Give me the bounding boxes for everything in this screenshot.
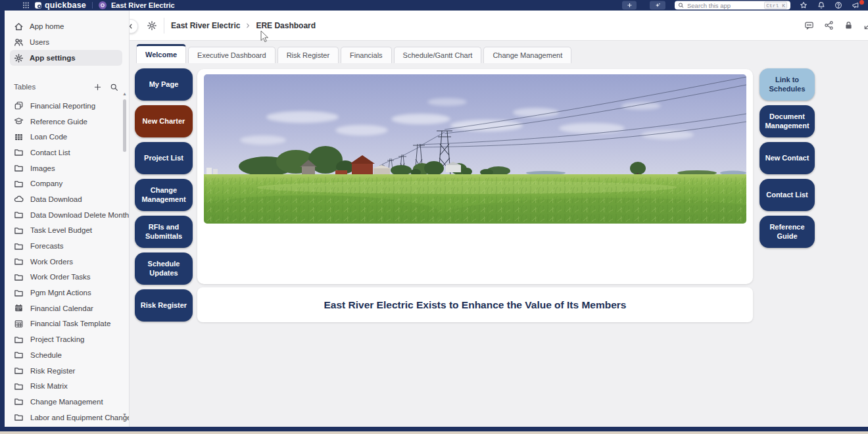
- change-management-button[interactable]: Change Management: [135, 179, 193, 211]
- new-button[interactable]: [622, 1, 637, 10]
- share-icon[interactable]: [824, 20, 834, 30]
- table-item-risk-matrix[interactable]: Risk Matrix: [5, 378, 122, 394]
- table-item-data-download[interactable]: Data Download: [5, 191, 122, 207]
- table-item-forecasts[interactable]: Forecasts: [5, 238, 122, 254]
- search-placeholder: Search this app: [687, 2, 761, 9]
- table-item-work-order-tasks[interactable]: Work Order Tasks: [5, 270, 122, 285]
- tab-welcome[interactable]: Welcome: [136, 44, 186, 63]
- table-item-labor-and-equipment-change[interactable]: Labor and Equipment Change: [5, 410, 122, 425]
- rfis-and-submittals-button[interactable]: RFIs and Submittals: [135, 216, 193, 248]
- breadcrumb-page[interactable]: ERE Dashboard: [256, 21, 316, 30]
- table-item-company[interactable]: Company: [5, 176, 122, 191]
- table-item-label: Work Orders: [30, 258, 73, 266]
- sidebar-item-app-settings[interactable]: App settings: [10, 50, 122, 66]
- sidebar-item-label: App settings: [30, 54, 76, 62]
- table-item-task-level-budget[interactable]: Task Level Budget: [5, 223, 122, 239]
- my-page-button[interactable]: My Page: [135, 68, 193, 101]
- risk-register-button[interactable]: Risk Register: [135, 289, 193, 322]
- table-item-risk-register[interactable]: Risk Register: [5, 363, 122, 379]
- add-table-icon[interactable]: [93, 83, 102, 91]
- scroll-down-icon[interactable]: ▼: [122, 412, 128, 418]
- scroll-up-icon[interactable]: ▲: [122, 91, 128, 97]
- window-left-edge: [0, 11, 5, 431]
- left-button-column: My PageNew CharterProject ListChange Man…: [135, 68, 193, 322]
- favorites-star-icon[interactable]: [800, 1, 808, 9]
- tab-change-management[interactable]: Change Management: [483, 47, 571, 63]
- sidebar-item-label: Users: [30, 38, 49, 46]
- sidebar-scrollbar[interactable]: ▲ ▼: [122, 91, 128, 418]
- cloud-icon: [14, 194, 24, 204]
- photo-card: [197, 69, 753, 284]
- link-to-schedules-button[interactable]: Link to Schedules: [760, 68, 815, 101]
- table-item-data-download-delete-month[interactable]: Data Download Delete Month...: [5, 207, 122, 223]
- tab-financials[interactable]: Financials: [341, 47, 392, 63]
- tables-label: Tables: [14, 83, 36, 91]
- schedule-updates-button[interactable]: Schedule Updates: [135, 253, 193, 285]
- table-item-label: Company: [30, 180, 62, 187]
- table-item-images[interactable]: Images: [5, 160, 122, 176]
- table-item-reference-guide[interactable]: Reference Guide: [5, 114, 122, 130]
- table-item-project-tracking[interactable]: Project Tracking: [5, 331, 122, 347]
- page-header: East River Electric ERE Dashboard: [130, 11, 868, 41]
- announcements-icon[interactable]: [852, 1, 859, 9]
- help-icon[interactable]: [834, 1, 842, 9]
- table-item-loan-code[interactable]: Loan Code: [5, 129, 122, 145]
- page-settings-gear-icon[interactable]: [147, 20, 157, 31]
- tables-list: Financial ReportingReference GuideLoan C…: [5, 98, 122, 425]
- new-charter-button[interactable]: New Charter: [135, 105, 193, 137]
- folder-icon: [14, 256, 24, 266]
- table-item-label: Schedule: [30, 351, 62, 359]
- feedback-icon[interactable]: [804, 20, 814, 30]
- hero-photo: [204, 74, 746, 224]
- table-item-label: Pgm Mgnt Actions: [30, 289, 91, 297]
- app-icon[interactable]: [99, 1, 107, 9]
- table-item-label: Contact List: [30, 149, 70, 157]
- table-item-label: Change Management: [30, 398, 103, 406]
- scrollbar-thumb[interactable]: [123, 99, 126, 152]
- table-item-contact-list[interactable]: Contact List: [5, 145, 122, 160]
- table-item-label: Data Download Delete Month...: [30, 211, 130, 219]
- folder-icon: [14, 163, 24, 173]
- search-tables-icon[interactable]: [110, 83, 118, 91]
- contact-list-button[interactable]: Contact List: [760, 179, 815, 211]
- grid-icon: [14, 132, 24, 142]
- tab-risk-register[interactable]: Risk Register: [277, 47, 339, 63]
- folder-icon: [14, 241, 24, 251]
- brand-wordmark[interactable]: quickbase: [45, 1, 86, 10]
- table-item-label: Forecasts: [30, 242, 64, 250]
- document-management-button[interactable]: Document Management: [760, 105, 815, 137]
- tab-executive-dashboard[interactable]: Executive Dashboard: [188, 47, 276, 63]
- sidebar-item-users[interactable]: Users: [10, 34, 122, 50]
- tab-schedule-gantt-chart[interactable]: Schedule/Gantt Chart: [394, 47, 482, 63]
- sidebar-item-label: App home: [30, 22, 64, 30]
- notifications-bell-icon[interactable]: [817, 1, 825, 9]
- page-header-actions: [804, 20, 868, 30]
- search-shortcut: Ctrl K: [764, 2, 787, 9]
- header-divider: [164, 18, 164, 34]
- sidebar-item-app-home[interactable]: App home: [10, 18, 122, 34]
- table-item-change-management[interactable]: Change Management: [5, 394, 122, 410]
- table-item-label: Financial Reporting: [30, 102, 95, 110]
- reference-guide-button[interactable]: Reference Guide: [760, 216, 815, 248]
- table-item-financial-calendar[interactable]: Financial Calendar: [5, 301, 122, 316]
- search-input[interactable]: Search this app Ctrl K: [675, 1, 790, 10]
- fullscreen-icon[interactable]: [863, 20, 868, 30]
- project-list-button[interactable]: Project List: [135, 142, 193, 174]
- table-item-pgm-mgnt-actions[interactable]: Pgm Mgnt Actions: [5, 285, 122, 301]
- breadcrumb-app[interactable]: East River Electric: [171, 21, 240, 30]
- folder-icon: [14, 272, 24, 282]
- table-item-schedule[interactable]: Schedule: [5, 347, 122, 363]
- table-item-work-orders[interactable]: Work Orders: [5, 254, 122, 270]
- table-item-label: Labor and Equipment Change: [30, 414, 130, 422]
- topbar-app-name[interactable]: East River Electric: [111, 1, 175, 9]
- table-item-financial-reporting[interactable]: Financial Reporting: [5, 98, 122, 114]
- notification-badge: [859, 0, 864, 5]
- table-item-label: Risk Register: [30, 367, 75, 375]
- folder-icon: [14, 210, 24, 220]
- quickbase-logo-icon[interactable]: [34, 1, 42, 9]
- table-item-financial-task-template[interactable]: Financial Task Template: [5, 316, 122, 332]
- apps-grid-icon[interactable]: [22, 2, 30, 9]
- lock-icon[interactable]: [844, 20, 854, 30]
- new-contact-button[interactable]: New Contact: [760, 142, 815, 174]
- ai-assistant-button[interactable]: [650, 1, 665, 10]
